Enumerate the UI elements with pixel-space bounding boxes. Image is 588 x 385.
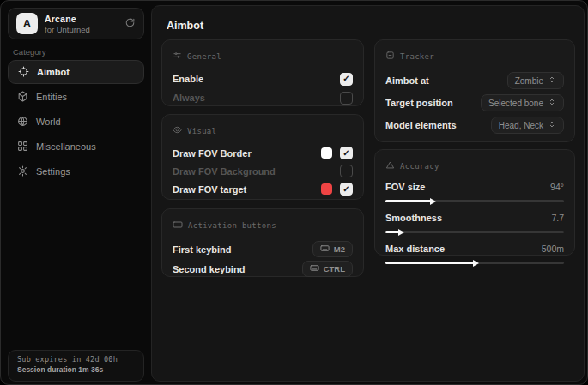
box-minus-icon — [385, 51, 395, 62]
smoothness-value: 7.7 — [551, 213, 564, 223]
setting-label: First keybind — [173, 244, 231, 255]
app-logo: A — [16, 13, 38, 34]
select-value: Zombie — [515, 76, 543, 86]
keyboard-icon — [320, 244, 330, 255]
setting-row-always: Always — [173, 88, 353, 107]
sidebar-item-label: Miscellaneous — [36, 141, 96, 152]
aimbot-at-select[interactable]: Zombie — [507, 72, 564, 89]
app-window: A Arcane for Unturned Category Aimbot — [0, 0, 588, 385]
general-card: General Enable Always — [161, 39, 364, 106]
app-subtitle: for Unturned — [45, 25, 124, 34]
cube-icon — [17, 91, 28, 104]
keybind-value: M2 — [334, 244, 345, 254]
keyboard-icon — [173, 220, 183, 232]
setting-row-second-keybind: Second keybind CTRL — [173, 259, 353, 279]
globe-icon — [17, 116, 28, 129]
select-value: Selected bone — [488, 99, 543, 108]
sidebar-item-miscellaneous[interactable]: Miscellaneous — [8, 135, 144, 159]
setting-label: FOV size — [385, 182, 425, 192]
sync-icon[interactable] — [124, 16, 136, 32]
setting-label: Target position — [385, 98, 453, 108]
sidebar: A Arcane for Unturned Category Aimbot — [1, 1, 151, 384]
setting-row-model-elements: Model elements Head, Neck — [385, 114, 564, 136]
fov-border-checkbox[interactable] — [340, 147, 353, 159]
setting-label: Smoothness — [385, 213, 442, 223]
setting-row-fov-border: Draw FOV Border — [173, 144, 353, 162]
activation-card-header: Activation buttons — [173, 220, 353, 232]
setting-label: Draw FOV target — [173, 184, 246, 195]
slider-thumb[interactable] — [430, 198, 436, 205]
select-value: Head, Neck — [499, 121, 543, 130]
main-panel: Aimbot General Enable Always — [151, 5, 585, 382]
subscription-info-card: Sub expires in 42d 00h Session duration … — [8, 350, 144, 382]
grid-icon — [17, 141, 28, 153]
setting-row-enable: Enable — [173, 69, 353, 88]
sliders-icon — [173, 51, 182, 62]
app-header-card: A Arcane for Unturned — [8, 8, 144, 39]
setting-label: Second keybind — [173, 264, 245, 274]
sidebar-item-settings[interactable]: Settings — [8, 159, 144, 183]
setting-row-smoothness: Smoothness 7.7 — [385, 210, 564, 233]
eye-icon — [173, 125, 182, 136]
tracker-card: Tracker Aimbot at Zombie Target position… — [374, 39, 575, 142]
smoothness-slider[interactable] — [385, 231, 564, 233]
sidebar-item-entities[interactable]: Entities — [8, 85, 144, 109]
sidebar-item-label: Aimbot — [37, 67, 70, 77]
setting-label: Enable — [173, 74, 203, 84]
app-names: Arcane for Unturned — [45, 14, 124, 34]
card-title: Visual — [187, 127, 216, 135]
sub-expiry-text: Sub expires in 42d 00h — [17, 355, 135, 364]
setting-label: Always — [173, 93, 205, 103]
setting-label: Draw FOV Background — [173, 166, 276, 177]
setting-row-max-distance: Max distance 500m — [385, 241, 564, 264]
target-position-select[interactable]: Selected bone — [481, 94, 564, 111]
session-duration-text: Session duration 1m 36s — [17, 365, 135, 374]
accuracy-card: Accuracy FOV size 94° Smoothness 7.7 — [374, 149, 575, 256]
category-label: Category — [13, 47, 46, 57]
setting-row-fov-background: Draw FOV Background — [173, 162, 353, 180]
keyboard-icon — [310, 263, 319, 274]
fov-target-color-swatch[interactable] — [321, 183, 332, 195]
model-elements-select[interactable]: Head, Neck — [491, 117, 564, 134]
setting-row-target-position: Target position Selected bone — [385, 92, 564, 114]
card-title: Activation buttons — [188, 221, 276, 230]
slider-thumb[interactable] — [398, 229, 404, 236]
fov-border-color-swatch[interactable] — [321, 147, 332, 159]
crosshair-icon — [18, 66, 29, 79]
sidebar-item-world[interactable]: World — [8, 110, 144, 134]
activation-card: Activation buttons First keybind M2 Seco… — [161, 208, 364, 277]
slider-thumb[interactable] — [473, 260, 479, 267]
accuracy-card-header: Accuracy — [385, 160, 564, 171]
first-keybind-button[interactable]: M2 — [312, 241, 353, 257]
card-title: Accuracy — [400, 162, 439, 171]
triangle-icon — [385, 160, 395, 171]
keybind-value: CTRL — [324, 264, 345, 274]
second-keybind-button[interactable]: CTRL — [302, 261, 353, 277]
fov-size-slider[interactable] — [385, 200, 564, 202]
setting-row-fov-size: FOV size 94° — [385, 179, 564, 202]
setting-row-aimbot-at: Aimbot at Zombie — [385, 69, 564, 92]
app-title: Arcane — [45, 14, 124, 24]
visual-card: Visual Draw FOV Border Draw FOV Backgrou… — [161, 114, 364, 200]
sidebar-item-aimbot[interactable]: Aimbot — [8, 60, 144, 84]
setting-label: Draw FOV Border — [173, 148, 252, 159]
sidebar-item-label: Settings — [36, 166, 70, 177]
setting-label: Max distance — [385, 244, 445, 254]
fov-target-checkbox[interactable] — [340, 183, 353, 196]
max-distance-value: 500m — [542, 244, 564, 254]
tracker-card-header: Tracker — [385, 51, 564, 62]
gear-icon — [17, 165, 28, 178]
chevrons-up-down-icon — [548, 120, 556, 130]
fov-background-checkbox[interactable] — [340, 165, 353, 177]
max-distance-slider[interactable] — [385, 262, 564, 264]
enable-checkbox[interactable] — [340, 73, 353, 86]
general-card-header: General — [173, 51, 353, 62]
setting-row-fov-target: Draw FOV target — [173, 180, 353, 198]
sidebar-item-label: World — [36, 117, 61, 127]
fov-size-value: 94° — [550, 182, 564, 192]
sidebar-item-label: Entities — [36, 92, 67, 102]
setting-row-first-keybind: First keybind M2 — [173, 239, 353, 259]
always-checkbox[interactable] — [340, 92, 353, 105]
sidebar-nav: Aimbot Entities World — [8, 60, 144, 184]
setting-label: Aimbot at — [385, 75, 429, 86]
